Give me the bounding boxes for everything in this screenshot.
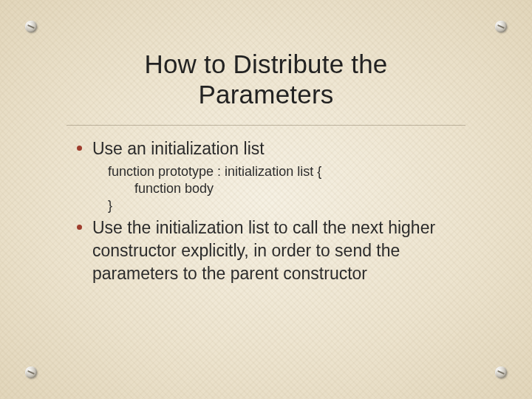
- slide-title-line: Parameters: [199, 80, 334, 109]
- slide-title: How to Distribute the Parameters: [0, 0, 532, 110]
- bullet-dot-icon: [77, 225, 82, 230]
- bullet-dot-icon: [77, 146, 82, 151]
- title-rule: [66, 125, 466, 126]
- code-line: function prototype : initialization list…: [108, 163, 466, 180]
- corner-screw-icon: [25, 21, 37, 33]
- slide-body: Use an initialization list function prot…: [77, 137, 466, 285]
- slide-title-line: How to Distribute the: [144, 50, 387, 78]
- slide: How to Distribute the Parameters Use an …: [0, 0, 532, 399]
- code-block: function prototype : initialization list…: [108, 163, 466, 215]
- code-line: function body: [134, 180, 466, 197]
- bullet-text: Use the initialization list to call the …: [92, 216, 466, 285]
- bullet-item: Use an initialization list: [77, 137, 466, 160]
- bullet-item: Use the initialization list to call the …: [77, 216, 466, 285]
- corner-screw-icon: [495, 21, 507, 33]
- corner-screw-icon: [25, 366, 37, 378]
- code-line: }: [108, 197, 466, 214]
- corner-screw-icon: [495, 366, 507, 378]
- bullet-text: Use an initialization list: [92, 137, 265, 160]
